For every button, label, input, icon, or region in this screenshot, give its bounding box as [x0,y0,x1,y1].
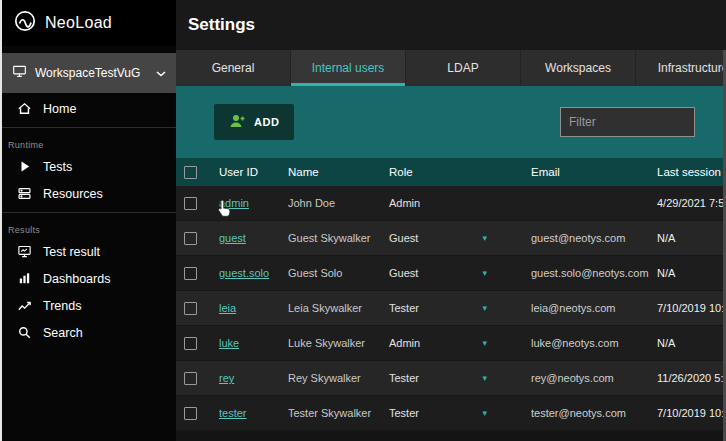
table-row: rey Rey Skywalker Tester ▾ rey@neotys.co… [176,361,726,396]
sidebar-item-label: Test result [43,245,100,259]
tab-general[interactable]: General [176,50,291,86]
user-id-link[interactable]: guest.solo [219,267,269,279]
sidebar-item-tests[interactable]: Tests [0,153,176,180]
row-checkbox[interactable] [184,267,197,280]
tab-ldap[interactable]: LDAP [406,50,521,86]
home-icon [17,101,32,116]
row-checkbox[interactable] [184,232,197,245]
user-name: Leia Skywalker [288,302,389,314]
sidebar-item-label: Trends [43,299,81,313]
table-row: admin John Doe Admin ▾ 4/29/2021 7:5 [176,186,726,221]
role-value: Admin [389,337,420,349]
role-dropdown-icon[interactable]: ▾ [482,233,487,243]
user-email: leia@neotys.com [531,302,657,314]
sidebar-item-home[interactable]: Home [0,95,176,122]
role-dropdown-icon[interactable]: ▾ [482,373,487,383]
role-cell: Guest ▾ [389,232,531,244]
row-checkbox-cell [176,197,219,210]
user-name: Guest Solo [288,267,389,279]
user-email: rey@neotys.com [531,372,657,384]
user-name: Luke Skywalker [288,337,389,349]
row-checkbox-cell [176,302,219,315]
row-checkbox[interactable] [184,372,197,385]
row-checkbox[interactable] [184,407,197,420]
section-label-runtime: Runtime [0,133,176,153]
page-header: Settings [176,0,726,50]
user-id-link[interactable]: admin [219,197,249,209]
divider [0,127,176,128]
divider [0,212,176,213]
last-session: 7/10/2019 10: [657,407,726,419]
last-session: N/A [657,337,726,349]
column-header-name[interactable]: Name [288,166,389,178]
user-id-link[interactable]: rey [219,372,234,384]
user-id-link[interactable]: luke [219,337,239,349]
sidebar-item-label: Home [43,102,76,116]
row-checkbox-cell [176,232,219,245]
role-value: Admin [389,197,420,209]
page-title: Settings [188,15,255,35]
workspace-label: WorkspaceTestVuG [35,66,148,80]
sidebar-item-search[interactable]: Search [0,319,176,346]
sidebar-item-trends[interactable]: Trends [0,292,176,319]
role-dropdown-icon[interactable]: ▾ [482,338,487,348]
add-button[interactable]: ADD [214,104,294,140]
tab-internal-users[interactable]: Internal users [291,50,406,86]
sidebar-item-dashboards[interactable]: Dashboards [0,265,176,292]
row-checkbox[interactable] [184,302,197,315]
last-session: 4/29/2021 7:5 [657,197,726,209]
user-id-link[interactable]: guest [219,232,246,244]
column-header-last-session[interactable]: Last session [657,166,726,178]
tab-workspaces[interactable]: Workspaces [521,50,636,86]
role-dropdown-icon[interactable]: ▾ [482,303,487,313]
table-header: User IDNameRoleEmailLast session [176,158,726,186]
role-cell: Admin ▾ [389,337,531,349]
column-header-role[interactable]: Role [389,166,531,178]
user-name: Guest Skywalker [288,232,389,244]
header-checkbox-cell [176,166,219,179]
row-checkbox-cell [176,337,219,350]
workspace-selector[interactable]: WorkspaceTestVuG [0,53,176,93]
sidebar-nav: HomeRuntimeTestsResourcesResultsTest res… [0,93,176,346]
role-value: Guest [389,232,418,244]
role-cell: Admin ▾ [389,197,531,209]
add-button-label: ADD [254,116,280,128]
sidebar-item-label: Resources [43,187,103,201]
user-id-link[interactable]: tester [219,407,247,419]
neoload-logo[interactable]: NeoLoad [0,0,176,46]
sidebar-item-test-result[interactable]: Test result [0,238,176,265]
toolbar: ADD [176,86,726,158]
row-checkbox-cell [176,407,219,420]
role-value: Tester [389,302,419,314]
user-id-link[interactable]: leia [219,302,236,314]
row-checkbox[interactable] [184,337,197,350]
search-icon [17,325,32,340]
trend-icon [17,298,32,313]
role-dropdown-icon[interactable]: ▾ [482,408,487,418]
column-header-email[interactable]: Email [531,166,657,178]
last-session: 11/26/2020 5: [657,372,726,384]
add-user-icon [228,113,246,131]
role-cell: Tester ▾ [389,407,531,419]
table-row: tester Tester Skywalker Tester ▾ tester@… [176,396,726,431]
user-email: luke@neotys.com [531,337,657,349]
role-cell: Guest ▾ [389,267,531,279]
user-name: Tester Skywalker [288,407,389,419]
sidebar-item-label: Search [43,326,83,340]
select-all-checkbox[interactable] [184,166,197,179]
user-name: John Doe [288,197,389,209]
role-value: Guest [389,267,418,279]
row-checkbox-cell [176,372,219,385]
role-value: Tester [389,372,419,384]
column-header-user-id[interactable]: User ID [219,166,288,178]
main-content: Settings GeneralInternal usersLDAPWorksp… [176,0,726,441]
monitor-icon [17,244,32,259]
user-email: guest@neotys.com [531,232,657,244]
neoload-logo-icon [13,9,37,37]
row-checkbox[interactable] [184,197,197,210]
tabs-bar: GeneralInternal usersLDAPWorkspacesInfra… [176,50,726,86]
role-dropdown-icon[interactable]: ▾ [482,268,487,278]
tab-infrastructure[interactable]: Infrastructure [636,50,726,86]
filter-input[interactable] [560,107,695,137]
sidebar-item-resources[interactable]: Resources [0,180,176,207]
